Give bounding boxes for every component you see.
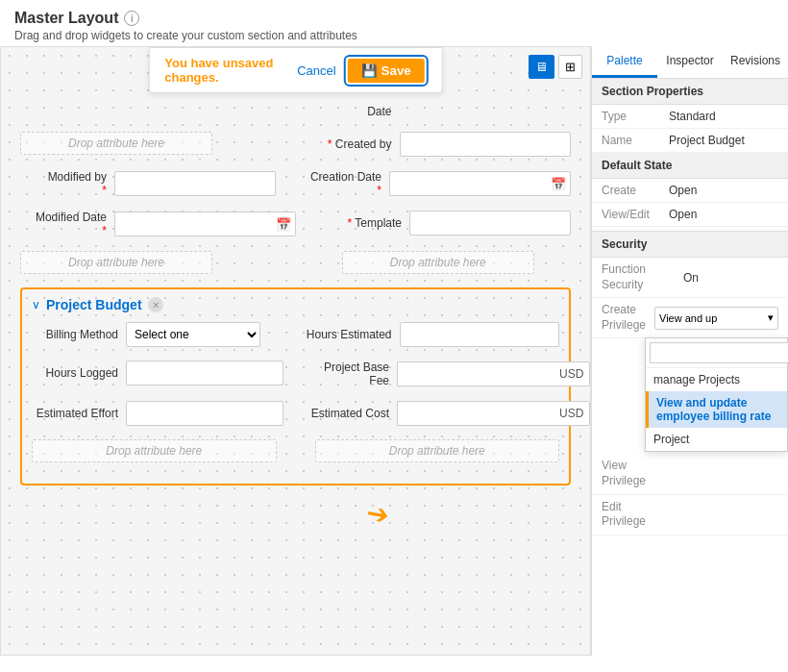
drop-zone-1[interactable]: Drop attribute here bbox=[20, 132, 212, 155]
date-label: Date bbox=[306, 105, 392, 118]
desktop-view-button[interactable]: 🖥 bbox=[529, 55, 554, 79]
dropdown-arrow-icon: ▾ bbox=[768, 311, 774, 324]
estimated-effort-input[interactable] bbox=[126, 401, 283, 426]
modified-by-field: Modified by* bbox=[20, 170, 276, 197]
template-label: Template bbox=[355, 216, 402, 230]
view-privilege-label: View Privilege bbox=[602, 459, 654, 488]
function-security-value: On bbox=[683, 271, 699, 285]
drop-zone-2[interactable]: Drop attribute here bbox=[20, 251, 212, 274]
hours-logged-field: Hours Logged bbox=[32, 361, 283, 386]
cancel-link[interactable]: Cancel bbox=[297, 63, 335, 78]
panel-tabs: Palette Inspector Revisions bbox=[592, 46, 788, 79]
project-base-fee-label: Project Base Fee bbox=[303, 361, 389, 387]
project-base-fee-field: Project Base Fee USD bbox=[303, 361, 590, 387]
tab-revisions[interactable]: Revisions bbox=[723, 46, 788, 78]
hours-estimated-field: Hours Estimated bbox=[306, 322, 560, 347]
grid-icon: ⊞ bbox=[565, 60, 576, 74]
dropdown-search: 🔍 bbox=[646, 338, 787, 368]
modified-date-calendar-icon[interactable]: 📅 bbox=[271, 212, 296, 236]
billing-method-dropdown[interactable]: Select one bbox=[126, 322, 260, 347]
mid-drop-row: Drop attribute here Drop attribute here bbox=[20, 251, 571, 274]
create-value: Open bbox=[669, 184, 778, 197]
date-field: Date bbox=[306, 105, 572, 118]
view-edit-label: View/Edit bbox=[602, 208, 669, 221]
estimated-effort-label: Estimated Effort bbox=[32, 407, 118, 420]
estimated-cost-input[interactable] bbox=[397, 401, 554, 426]
view-edit-value: Open bbox=[669, 208, 778, 221]
hours-logged-label: Hours Logged bbox=[32, 366, 118, 380]
created-by-input[interactable] bbox=[400, 132, 572, 157]
created-by-label: Created by bbox=[335, 137, 392, 151]
function-security-label: Function Security bbox=[602, 262, 683, 292]
view-toggle: 🖥 ⊞ bbox=[529, 55, 582, 79]
dropdown-search-input[interactable] bbox=[650, 342, 788, 363]
billing-method-select-container: Select one bbox=[126, 322, 260, 347]
section-header: ∨ Project Budget ✕ bbox=[32, 297, 559, 312]
hours-logged-row: Hours Logged Project Base Fee USD bbox=[32, 361, 559, 387]
drop-zone-5[interactable]: Drop attribute here bbox=[315, 439, 560, 462]
created-by-field: * Created by bbox=[306, 132, 572, 157]
info-icon[interactable]: i bbox=[124, 11, 139, 26]
modified-by-label: Modified by bbox=[48, 170, 107, 184]
create-privilege-dropdown-button[interactable]: View and up ▾ bbox=[654, 307, 778, 330]
desktop-icon: 🖥 bbox=[535, 60, 548, 74]
modified-date-input[interactable] bbox=[114, 212, 271, 236]
view-privilege-row: View Privilege bbox=[592, 454, 788, 494]
view-edit-row: View/Edit Open bbox=[592, 203, 788, 227]
create-privilege-row: Create Privilege View and up ▾ 🔍 manage … bbox=[592, 298, 788, 338]
create-privilege-label: Create Privilege bbox=[602, 303, 654, 333]
privilege-dropdown: 🔍 manage Projects View and update employ… bbox=[645, 337, 788, 452]
grid-view-button[interactable]: ⊞ bbox=[558, 55, 582, 79]
modified-date-label: Modified Date bbox=[36, 211, 107, 224]
template-field: * Template bbox=[315, 211, 571, 236]
section-close-button[interactable]: ✕ bbox=[148, 297, 163, 312]
estimated-effort-field: Estimated Effort bbox=[32, 401, 283, 426]
tab-inspector[interactable]: Inspector bbox=[657, 46, 723, 78]
project-base-fee-input[interactable] bbox=[397, 361, 554, 386]
section-title[interactable]: Project Budget bbox=[46, 297, 142, 312]
type-row: Type Standard bbox=[592, 105, 788, 129]
section-collapse-toggle[interactable]: ∨ bbox=[32, 298, 40, 311]
template-input[interactable] bbox=[409, 211, 571, 236]
type-label: Type bbox=[602, 110, 669, 123]
section-properties-title: Section Properties bbox=[592, 79, 788, 105]
unsaved-bar: You have unsaved changes. Cancel 💾 Save bbox=[148, 47, 443, 93]
creation-date-input[interactable] bbox=[389, 171, 546, 196]
hours-estimated-label: Hours Estimated bbox=[306, 328, 392, 341]
dropdown-item-1[interactable]: View and update employee billing rate bbox=[646, 391, 787, 428]
save-icon: 💾 bbox=[361, 63, 378, 78]
canvas-area: You have unsaved changes. Cancel 💾 Save … bbox=[0, 46, 591, 656]
main-container: You have unsaved changes. Cancel 💾 Save … bbox=[0, 46, 788, 656]
name-value: Project Budget bbox=[669, 134, 778, 147]
create-privilege-value: View and up bbox=[659, 312, 717, 324]
title-text: Master Layout bbox=[14, 10, 118, 27]
save-button[interactable]: 💾 Save bbox=[346, 57, 427, 85]
dropdown-item-2[interactable]: Project bbox=[646, 428, 787, 451]
tab-palette[interactable]: Palette bbox=[592, 46, 657, 78]
default-state-title: Default State bbox=[592, 153, 788, 179]
created-by-row: Drop attribute here * Created by bbox=[20, 132, 571, 157]
create-privilege-select: View and up ▾ bbox=[654, 307, 778, 330]
billing-hours-row: Billing Method Select one Hours Estimate… bbox=[32, 322, 559, 347]
modified-by-row: Modified by* Creation Date* 📅 bbox=[20, 170, 571, 197]
bottom-drop-row: Drop attribute here Drop attribute here bbox=[32, 439, 559, 462]
right-panel: Palette Inspector Revisions Section Prop… bbox=[591, 46, 788, 656]
hours-estimated-input[interactable] bbox=[400, 322, 560, 347]
modified-date-row: Modified Date* 📅 * Template bbox=[20, 211, 571, 237]
creation-date-field: Creation Date* 📅 bbox=[295, 170, 571, 197]
drop-zone-3[interactable]: Drop attribute here bbox=[342, 251, 534, 274]
estimated-cost-field: Estimated Cost USD bbox=[303, 401, 590, 426]
function-security-row: Function Security On bbox=[592, 258, 788, 298]
dropdown-item-0[interactable]: manage Projects bbox=[646, 368, 787, 391]
edit-privilege-label: Edit Privilege bbox=[602, 500, 654, 530]
modified-by-input[interactable] bbox=[114, 171, 276, 196]
page-subtitle: Drag and drop widgets to create your cus… bbox=[14, 29, 774, 42]
drop-zone-4[interactable]: Drop attribute here bbox=[32, 439, 277, 462]
page-title: Master Layout i bbox=[14, 10, 774, 27]
create-label: Create bbox=[602, 184, 669, 197]
creation-date-calendar-icon[interactable]: 📅 bbox=[546, 171, 571, 196]
estimated-cost-currency: USD bbox=[554, 401, 590, 426]
hours-logged-input[interactable] bbox=[126, 361, 283, 386]
form-area: Date Drop attribute here * Created by Mo… bbox=[1, 95, 590, 655]
unsaved-message: You have unsaved changes. bbox=[164, 56, 287, 85]
